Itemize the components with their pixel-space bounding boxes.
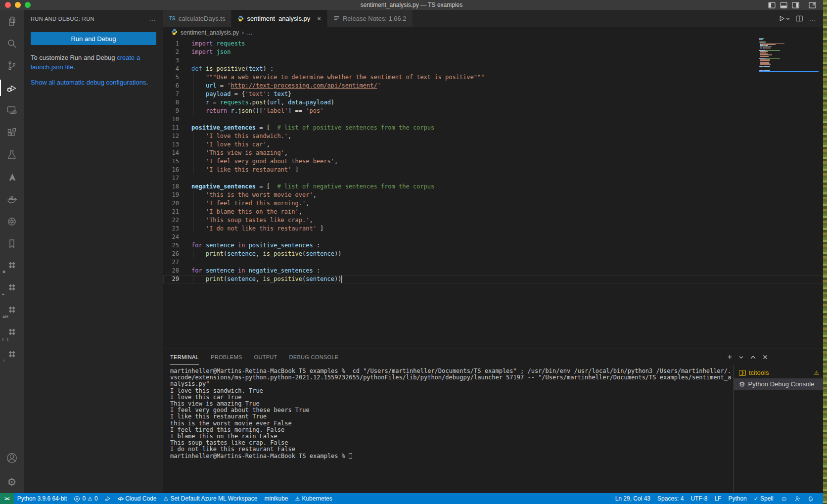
breadcrumb-file[interactable]: sentiment_analysis.py [181, 29, 239, 36]
tab-release-notes-1-66-2[interactable]: Release Notes: 1.66.2 [327, 10, 413, 27]
code-line-content: for sentence in positive_sentences : [191, 241, 320, 250]
terminal-instance-python-debug-console[interactable]: ⚙Python Debug Console [734, 378, 823, 390]
status-feedback[interactable]: ☺ [777, 493, 791, 504]
status-problems[interactable]: 0⚠0 [70, 493, 101, 504]
close-tab-icon[interactable]: × [317, 15, 321, 22]
status-remote-indicator[interactable]: >< [0, 493, 14, 504]
status-cursor-position[interactable]: Ln 29, Col 43 [612, 493, 654, 504]
code-line-content: 'this is the worst movie ever', [191, 191, 317, 199]
maximize-panel-icon[interactable] [750, 355, 756, 360]
activity-extensions-icon[interactable] [0, 121, 24, 143]
status-minikube[interactable]: minikube [261, 493, 291, 504]
code-line-content: 'I feel tired this morning.', [191, 199, 309, 208]
status-encoding[interactable]: UTF-8 [687, 493, 711, 504]
panel-tab-bar: TERMINALPROBLEMSOUTPUTDEBUG CONSOLE + [163, 349, 823, 365]
activity-run-and-debug-icon[interactable] [0, 77, 24, 99]
line-number: 29 [163, 275, 179, 283]
status-label: 0 [82, 495, 86, 502]
panel-tab-terminal[interactable]: TERMINAL [170, 349, 199, 365]
run-and-debug-button[interactable]: Run and Debug [31, 32, 156, 45]
toggle-secondary-sidebar-icon[interactable] [792, 2, 799, 8]
activity-azure-ml-runs-icon[interactable]: ▸ [0, 277, 24, 299]
panel-tab-output[interactable]: OUTPUT [254, 349, 277, 365]
code-line: 8 r = requests.post(url, data=payload) [163, 98, 823, 107]
line-number: 25 [163, 241, 179, 250]
python-icon [237, 15, 244, 22]
line-number: 9 [163, 107, 179, 115]
breadcrumb-more[interactable]: … [247, 29, 253, 36]
activity-source-control-icon[interactable] [0, 54, 24, 77]
breadcrumb[interactable]: sentiment_analysis.py › … [163, 27, 823, 38]
status-indentation[interactable]: Spaces: 4 [654, 493, 687, 504]
close-panel-icon[interactable] [763, 355, 768, 360]
activity-settings-icon[interactable]: ⚙ [0, 471, 24, 493]
code-line: 18negative_sentences = [ # list of negat… [163, 183, 823, 191]
activity-remote-explorer-icon[interactable] [0, 99, 24, 121]
indent-guide [193, 191, 193, 199]
status-azure-ml-workspace[interactable]: ⚠Set Default Azure ML Workspace [160, 493, 261, 504]
line-number: 4 [163, 65, 179, 73]
activity-azure-ml-data-icon[interactable]: […] [0, 321, 24, 344]
terminal-instance-list: ❯tcitools⚠⚙Python Debug Console [734, 365, 823, 493]
toggle-panel-icon[interactable] [780, 2, 787, 8]
smiley-icon: ☺ [781, 495, 787, 502]
terminal-line: this is the worst movie ever False [170, 420, 734, 427]
status-spell-check[interactable]: ✓Spell [750, 493, 777, 504]
activity-bookmarks-icon[interactable] [0, 232, 24, 255]
show-debug-configurations-link[interactable]: Show all automatic debug configurations [31, 79, 146, 86]
status-eol[interactable]: LF [711, 493, 725, 504]
tab-calculatedays-ts[interactable]: TScalculateDays.ts [163, 10, 231, 27]
toggle-sidebar-icon[interactable] [768, 2, 776, 8]
activity-azure-ml-icon[interactable]: ⚙ [0, 255, 24, 277]
status-cloud-code[interactable]: </>Cloud Code [114, 493, 160, 504]
code-line-content: 'I like this restaurant' ] [191, 166, 299, 174]
activity-search-icon[interactable] [0, 32, 24, 54]
indent-guide [193, 199, 193, 208]
run-python-file-button[interactable] [779, 15, 790, 22]
new-terminal-icon[interactable]: + [728, 353, 732, 361]
customize-hint-text: To customize Run and Debug [31, 54, 117, 61]
status-notifications[interactable] [804, 493, 817, 504]
error-icon [74, 496, 80, 502]
activity-kubernetes-icon[interactable] [0, 210, 24, 232]
code-editor[interactable]: 1import requests2import json34def is_pos… [163, 38, 823, 349]
status-live-share[interactable] [791, 493, 804, 504]
editor-more-actions-icon[interactable]: … [809, 14, 816, 23]
terminal-line: vscode/extensions/ms-python.python-2021.… [170, 374, 734, 381]
terminal-instance-tcitools[interactable]: ❯tcitools⚠ [734, 367, 823, 378]
code-line-content: positive_sentences = [ # list of positiv… [191, 124, 434, 132]
indent-guide [193, 275, 193, 283]
terminal-instance-label: Python Debug Console [748, 380, 819, 388]
status-launch[interactable] [101, 493, 114, 504]
activity-testing-icon[interactable] [0, 143, 24, 166]
code-line: 16 'I like this restaurant' ] [163, 166, 823, 174]
indent-guide [193, 208, 193, 216]
terminal-dropdown-icon[interactable] [739, 355, 743, 360]
terminal-output[interactable]: martinheller@Martins-Retina-MacBook TS e… [163, 365, 734, 493]
split-editor-icon[interactable] [796, 15, 803, 22]
code-line: 23 'I do not like this restaurant' ] [163, 225, 823, 233]
line-number: 8 [163, 98, 179, 107]
indent-guide [193, 107, 193, 115]
minimap[interactable] [759, 38, 819, 349]
sidebar-more-actions-icon[interactable]: … [149, 15, 156, 23]
indent-guide [193, 132, 193, 140]
activity-explorer-icon[interactable] [0, 10, 24, 32]
activity-azure-icon[interactable] [0, 166, 24, 188]
customize-layout-icon[interactable] [809, 2, 816, 8]
activity-azure-ml-api-icon[interactable]: API [0, 299, 24, 321]
activity-account-icon[interactable] [0, 447, 24, 469]
separator [804, 2, 804, 8]
line-number: 10 [163, 115, 179, 124]
status-python-interpreter[interactable]: Python 3.9.6 64-bit [14, 493, 71, 504]
status-kubernetes[interactable]: ⚠Kubernetes [292, 493, 336, 504]
tab-sentiment-analysis-py[interactable]: sentiment_analysis.py× [231, 10, 327, 27]
panel-tab-problems[interactable]: PROBLEMS [211, 349, 242, 365]
panel-tab-debug-console[interactable]: DEBUG CONSOLE [289, 349, 339, 365]
activity-docker-icon[interactable] [0, 188, 24, 210]
person-icon [794, 496, 801, 502]
code-line-content: import json [191, 48, 231, 56]
status-label: 0 [94, 495, 98, 502]
activity-azure-ml-models-icon[interactable]: ⁘ [0, 344, 24, 366]
status-language-mode[interactable]: Python [725, 493, 750, 504]
